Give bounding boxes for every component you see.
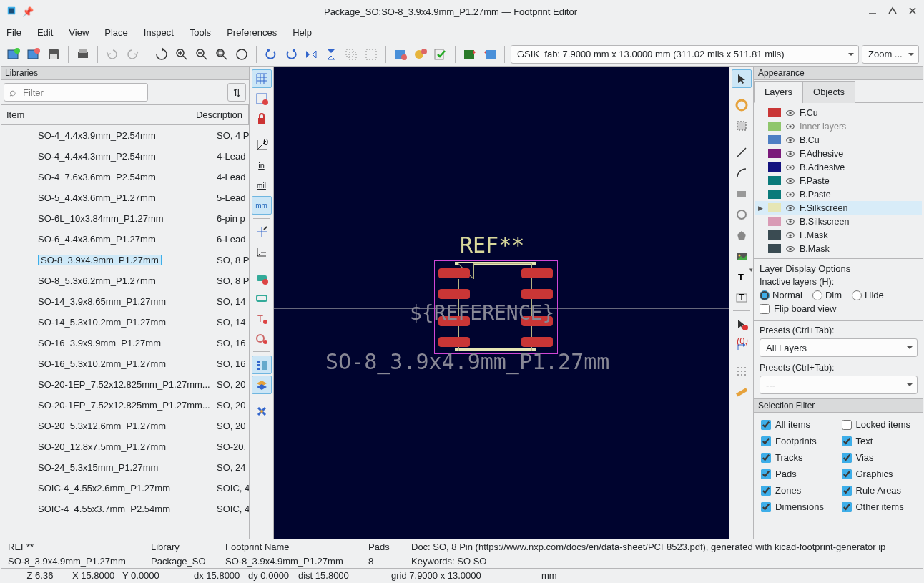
filter-text[interactable]: Text	[842, 436, 917, 446]
filter-rule-areas[interactable]: Rule Areas	[842, 485, 917, 496]
library-row[interactable]: SO-4_7.6x3.6mm_P2.54mm4-Lead	[1, 167, 249, 187]
check-footprint-button[interactable]	[432, 46, 449, 63]
layer-row[interactable]: B.Adhesive	[755, 160, 922, 174]
presets-combo[interactable]: All Layers	[760, 338, 918, 357]
layer-row[interactable]: Inner layers	[755, 119, 922, 133]
units-inches-button[interactable]: in	[252, 156, 272, 175]
radio-dim[interactable]: Dim	[812, 290, 842, 300]
polar-coords-button[interactable]: θ	[252, 136, 272, 155]
measure-button[interactable]	[732, 383, 752, 401]
pad-fill-button[interactable]	[252, 289, 272, 308]
layer-row[interactable]: F.Paste	[755, 174, 922, 187]
print-button[interactable]	[74, 46, 92, 63]
rotate-cw-button[interactable]	[282, 46, 300, 63]
ungroup-button[interactable]	[363, 46, 380, 63]
library-row[interactable]: SO-4_4.4x4.3mm_P2.54mm4-Lead	[1, 146, 249, 167]
filter-graphics[interactable]: Graphics	[842, 469, 917, 479]
mirror-h-button[interactable]	[303, 46, 320, 63]
filter-other[interactable]: Other items	[842, 501, 917, 512]
menu-place[interactable]: Place	[104, 27, 128, 38]
pin-icon[interactable]: 📌	[22, 6, 34, 17]
layers-manager-button[interactable]	[252, 376, 272, 394]
mirror-v-button[interactable]	[323, 46, 340, 63]
filter-vias[interactable]: Vias	[842, 452, 917, 463]
pad-properties-button[interactable]	[412, 46, 429, 63]
zoom-fit-button[interactable]	[213, 46, 230, 63]
library-row[interactable]: SO-8_3.9x4.9mm_P1.27mmSO, 8 P	[1, 250, 249, 270]
library-row[interactable]: SO-5_4.4x3.6mm_P1.27mm5-Lead	[1, 187, 249, 208]
layer-row[interactable]: F.Cu	[755, 106, 922, 119]
pad-number-button[interactable]	[252, 269, 272, 288]
new-footprint-button[interactable]	[5, 46, 22, 63]
layer-row[interactable]: B.Silkscreen	[755, 215, 922, 228]
library-row[interactable]: SO-6L_10x3.84mm_P1.27mm6-pin p	[1, 208, 249, 229]
library-row[interactable]: SO-20_12.8x7.5mm_P1.27mmSO-20,	[1, 436, 249, 457]
load-from-board-button[interactable]	[461, 46, 478, 63]
show-grid-button[interactable]	[252, 69, 272, 88]
add-polygon-button[interactable]	[732, 226, 752, 245]
add-zone-button[interactable]	[732, 117, 752, 135]
maximize-button[interactable]	[888, 6, 898, 18]
footprint-properties-button[interactable]	[392, 46, 409, 63]
layer-row[interactable]: ▶F.Silkscreen	[755, 201, 922, 215]
layer-row[interactable]: B.Mask	[755, 242, 922, 255]
add-line-button[interactable]	[732, 143, 752, 162]
filter-pads[interactable]: Pads	[761, 469, 836, 479]
grid-origin-button[interactable]	[732, 362, 752, 381]
layer-row[interactable]: F.Adhesive	[755, 147, 922, 160]
save-button[interactable]	[45, 46, 62, 63]
filter-zones[interactable]: Zones	[761, 485, 836, 496]
layer-row[interactable]: B.Cu	[755, 133, 922, 147]
sort-button[interactable]: ⇅	[227, 83, 246, 102]
toggle-lock-button[interactable]	[252, 109, 272, 128]
zoom-selection-button[interactable]	[233, 46, 250, 63]
insert-to-board-button[interactable]	[481, 46, 498, 63]
filter-locked[interactable]: Locked items	[842, 419, 917, 430]
zoom-combo[interactable]: Zoom ...	[862, 45, 919, 64]
add-arc-button[interactable]	[732, 164, 752, 182]
menu-inspect[interactable]: Inspect	[144, 27, 174, 38]
graphic-fill-button[interactable]	[252, 329, 272, 348]
viewports-combo[interactable]: ---	[760, 376, 918, 394]
grid-overrides-button[interactable]	[252, 89, 272, 108]
library-row[interactable]: SO-14_3.9x8.65mm_P1.27mmSO, 14	[1, 291, 249, 312]
menu-preferences[interactable]: Preferences	[227, 27, 277, 38]
tab-objects[interactable]: Objects	[802, 81, 855, 103]
group-button[interactable]	[343, 46, 360, 63]
refresh-button[interactable]	[153, 46, 170, 63]
menu-view[interactable]: View	[69, 27, 89, 38]
preferences-button[interactable]	[252, 402, 272, 421]
filter-footprints[interactable]: Footprints	[761, 436, 836, 446]
tab-layers[interactable]: Layers	[754, 81, 803, 103]
rotate-ccw-button[interactable]	[262, 46, 280, 63]
layer-row[interactable]: F.Mask	[755, 228, 922, 242]
filter-tracks[interactable]: Tracks	[761, 452, 836, 463]
library-row[interactable]: SO-16_3.9x9.9mm_P1.27mmSO, 16	[1, 333, 249, 353]
add-textbox-button[interactable]: T	[732, 288, 752, 307]
library-row[interactable]: SO-14_5.3x10.2mm_P1.27mmSO, 14	[1, 312, 249, 333]
column-description[interactable]: Description	[190, 105, 249, 124]
library-row[interactable]: SOIC-4_4.55x3.7mm_P2.54mmSOIC, 4	[1, 499, 249, 519]
menu-edit[interactable]: Edit	[37, 27, 53, 38]
select-tool-button[interactable]	[732, 69, 752, 88]
library-tree-button[interactable]	[252, 356, 272, 374]
delete-button[interactable]	[732, 315, 752, 333]
library-row[interactable]: SO-20-1EP_7.52x12.825mm_P1.27mm...SO, 20	[1, 374, 249, 395]
canvas[interactable]: REF** ${REFERENCE} SO-8_3.9x4.9mm_P1.27m…	[274, 67, 729, 539]
zoom-out-button[interactable]	[193, 46, 210, 63]
radio-normal[interactable]: Normal	[760, 290, 802, 300]
set-origin-button[interactable]: (0,0)	[732, 335, 752, 354]
close-button[interactable]	[908, 6, 918, 18]
zoom-in-button[interactable]	[173, 46, 190, 63]
library-row[interactable]: SOIC-4_4.55x2.6mm_P1.27mmSOIC, 4	[1, 478, 249, 499]
column-item[interactable]: Item	[1, 105, 190, 124]
add-circle-button[interactable]	[732, 205, 752, 224]
menu-help[interactable]: Help	[293, 27, 312, 38]
units-mm-button[interactable]: mm	[252, 196, 272, 215]
add-pad-button[interactable]	[732, 96, 752, 114]
library-row[interactable]: SO-20-1EP_7.52x12.825mm_P1.27mm...SO, 20	[1, 395, 249, 416]
radio-hide[interactable]: Hide	[852, 290, 884, 300]
filter-all[interactable]: All items	[761, 419, 836, 430]
library-list[interactable]: SO-4_4.4x3.9mm_P2.54mmSO, 4 PSO-4_4.4x4.…	[1, 125, 249, 539]
add-image-button[interactable]	[732, 247, 752, 265]
